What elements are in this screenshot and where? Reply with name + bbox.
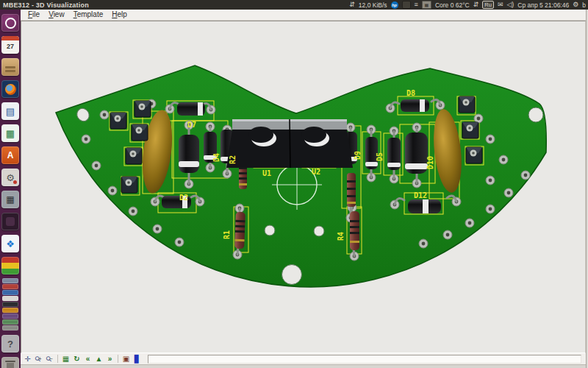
- app-indicator-icon[interactable]: [402, 1, 411, 9]
- sysmonitor-indicator-icon[interactable]: ≡: [415, 1, 418, 8]
- app-window: File View Template Help: [21, 10, 587, 368]
- launcher-item-trash[interactable]: [1, 357, 19, 368]
- window-title: MBE312 - 3D Visualization: [0, 1, 89, 9]
- session-user-label: b: [582, 1, 586, 9]
- resistor-r4-body: [350, 211, 359, 250]
- rotate-view-icon[interactable]: ↻: [72, 354, 82, 364]
- launcher-item-firefox[interactable]: [1, 80, 19, 98]
- keyboard-layout-indicator[interactable]: Ru: [482, 1, 494, 9]
- move-left-icon[interactable]: «: [83, 354, 93, 364]
- label-d7: D7: [187, 121, 196, 129]
- launcher-item-writer[interactable]: ▤: [1, 102, 19, 120]
- launcher-item-unknown[interactable]: ?: [1, 335, 19, 353]
- clock-label[interactable]: Ср апр 5 21:06:46: [517, 1, 569, 9]
- window-bottom-edge: [21, 364, 586, 368]
- label-d2: D2: [179, 194, 188, 202]
- resistor-r1-body: [234, 212, 245, 249]
- dark-app-icon: [6, 217, 15, 226]
- file-cabinet-icon: [5, 66, 15, 68]
- label-d4: D4: [212, 153, 220, 162]
- calendar-day-label: 27: [7, 43, 14, 50]
- dropbox-icon: ❖: [6, 238, 15, 250]
- label-r4: R4: [337, 232, 345, 241]
- launcher-item-calendar[interactable]: 27: [1, 36, 19, 54]
- zoom-in-icon[interactable]: ⚲+: [34, 354, 43, 364]
- trash-icon: [5, 361, 15, 362]
- cpu-chip-icon[interactable]: ▦: [422, 1, 431, 9]
- collapsed-app-icon[interactable]: [2, 325, 18, 330]
- diode-d5-body: [387, 138, 401, 170]
- status-field[interactable]: [148, 355, 581, 364]
- menu-file[interactable]: File: [24, 10, 43, 20]
- pcb-render: D7 D2 D4 R2 U1 U2 R1 R4 D8 D9 D5 D10 D12: [21, 21, 584, 353]
- launcher-item-calc[interactable]: ▦: [1, 124, 19, 142]
- menu-template[interactable]: Template: [70, 10, 107, 20]
- label-d9: D9: [354, 151, 362, 160]
- sound-icon[interactable]: ◁): [506, 1, 514, 8]
- launcher-item-impress[interactable]: A: [1, 146, 19, 164]
- fit-page-icon[interactable]: ✛: [23, 354, 32, 364]
- label-u1: U1: [262, 169, 271, 177]
- diode-d10-body: [405, 132, 428, 174]
- label-d12: D12: [414, 191, 427, 199]
- move-up-icon[interactable]: ▲: [94, 354, 104, 364]
- view-toolbar: ✛ ⚲+ ⚲− ▦ ↻ « ▲ » ▣ ▊: [21, 353, 586, 364]
- launcher-item-dropbox[interactable]: ❖: [1, 235, 19, 252]
- collapsed-app-icon[interactable]: [2, 278, 18, 283]
- transfer-arrows-icon[interactable]: ⇵: [473, 1, 479, 8]
- keypad-icon: ▦: [6, 194, 14, 205]
- board-view-icon[interactable]: ▦: [61, 354, 71, 364]
- launcher-item-system-settings[interactable]: ⚙: [1, 169, 19, 186]
- net-speed-label: 12,0 KiB/s: [359, 1, 387, 9]
- label-r1: R1: [223, 230, 231, 239]
- collapsed-app-icon[interactable]: [2, 302, 18, 307]
- unity-launcher: 27 ▤ ▦ A ⚙ ▦ ❖ ?: [0, 10, 21, 368]
- label-d5: D5: [376, 152, 384, 161]
- diode-d12-body: [408, 199, 441, 213]
- diode-d7-body: [177, 102, 205, 116]
- collapsed-app-icon[interactable]: [2, 308, 18, 313]
- ortho-view-icon[interactable]: ▣: [121, 354, 131, 364]
- menu-help[interactable]: Help: [108, 10, 131, 20]
- ubuntu-logo-icon: [5, 18, 16, 29]
- collapsed-app-icon[interactable]: [2, 319, 18, 325]
- launcher-item-dark-app[interactable]: [1, 213, 19, 230]
- toolbar-separator: [57, 355, 58, 363]
- firefox-icon: [5, 84, 16, 95]
- collapsed-app-icon[interactable]: [2, 314, 18, 319]
- to220-package-pair: [226, 119, 353, 168]
- collapsed-app-icon[interactable]: [2, 290, 18, 295]
- move-right-icon[interactable]: »: [105, 354, 115, 364]
- cpu-temp-label: Core 0 62°C: [435, 1, 470, 9]
- menu-view[interactable]: View: [45, 10, 68, 20]
- writer-document-icon: ▤: [6, 106, 15, 117]
- label-d10: D10: [426, 156, 434, 169]
- menu-bar: File View Template Help: [21, 10, 586, 21]
- launcher-item-dash-home[interactable]: [1, 14, 19, 32]
- launcher-collapsed-items: [2, 278, 18, 330]
- axis-origin-icon[interactable]: ▊: [132, 354, 142, 364]
- system-tray: ⇵ 12,0 KiB/s hp ≡ ▦ Core 0 62°C ⇵ Ru ✉ ◁…: [349, 1, 588, 9]
- label-r2: R2: [229, 155, 237, 164]
- collapsed-app-icon[interactable]: [2, 296, 18, 301]
- launcher-item-file-manager[interactable]: [1, 58, 19, 76]
- letter-a-icon: A: [7, 150, 14, 160]
- label-u2: U2: [312, 168, 320, 176]
- 3d-canvas[interactable]: D7 D2 D4 R2 U1 U2 R1 R4 D8 D9 D5 D10 D12: [21, 21, 586, 353]
- network-icon[interactable]: ⇵: [349, 1, 355, 8]
- spreadsheet-icon: ▦: [6, 128, 15, 139]
- top-panel: MBE312 - 3D Visualization ⇵ 12,0 KiB/s h…: [0, 0, 588, 10]
- hp-indicator-icon[interactable]: hp: [391, 1, 398, 9]
- diode-d8-body: [401, 99, 429, 112]
- calendar-icon: [1, 36, 19, 40]
- toolbar-separator: [118, 355, 118, 363]
- mail-icon[interactable]: ✉: [498, 1, 503, 8]
- launcher-item-game[interactable]: [1, 257, 19, 275]
- session-gear-icon[interactable]: ⚙: [573, 1, 578, 8]
- label-d8: D8: [406, 89, 415, 97]
- launcher-item-calculator[interactable]: ▦: [1, 191, 19, 208]
- question-mark-icon: ?: [7, 339, 13, 350]
- collapsed-app-icon[interactable]: [2, 284, 18, 289]
- tool-accent-icon: [13, 180, 17, 184]
- zoom-out-icon[interactable]: ⚲−: [45, 354, 54, 364]
